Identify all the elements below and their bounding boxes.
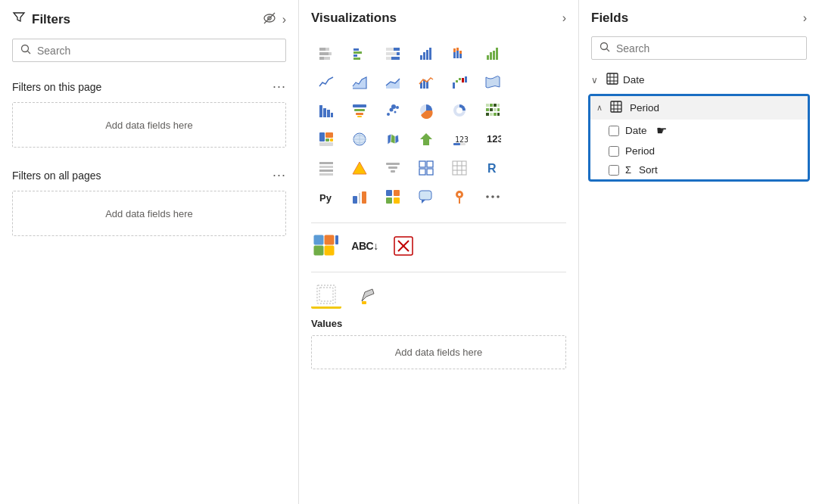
viz-custom2-icon[interactable] (378, 183, 408, 210)
svg-rect-71 (319, 132, 325, 142)
svg-rect-108 (394, 190, 400, 196)
period-section: ∧ Period Date ☛ ··· Period ··· (588, 94, 810, 182)
filters-header: Filters › (0, 0, 298, 36)
svg-rect-12 (353, 51, 362, 54)
svg-rect-64 (490, 108, 493, 111)
viz-stacked-col-icon[interactable] (444, 39, 475, 67)
fields-search-input[interactable] (616, 42, 799, 54)
viz-bar-chart-icon[interactable] (411, 39, 441, 67)
viz-area-icon[interactable] (344, 68, 375, 95)
viz-map-icon[interactable] (344, 126, 375, 153)
viz-arrow-icon[interactable] (411, 126, 441, 153)
viz-num-icon[interactable]: 123 (478, 126, 508, 153)
filters-search-box[interactable] (12, 39, 286, 62)
svg-rect-131 (607, 73, 618, 84)
filters-all-pages-label: Filters on all pages (12, 170, 101, 182)
viz-paint-icon[interactable] (353, 282, 384, 309)
svg-rect-21 (420, 55, 422, 60)
viz-grid-icon[interactable] (444, 154, 475, 182)
viz-col-icon[interactable] (478, 39, 508, 67)
svg-rect-90 (386, 163, 400, 165)
viz-combo-icon[interactable] (411, 68, 441, 95)
svg-rect-118 (314, 235, 323, 244)
svg-rect-44 (323, 108, 326, 117)
svg-marker-80 (420, 133, 432, 145)
fields-date-item[interactable]: ∨ Date (585, 69, 813, 91)
viz-donut-icon[interactable] (444, 97, 475, 124)
viz-py-icon[interactable]: Py (311, 183, 341, 210)
period-field-date[interactable]: Date ☛ ··· (590, 120, 808, 142)
viz-r-icon[interactable]: R (478, 154, 508, 182)
viz-abc-icon[interactable]: ABC↓ (347, 232, 382, 260)
svg-rect-136 (611, 101, 621, 112)
viz-divider2 (311, 272, 566, 272)
period-field-period[interactable]: Period ··· (590, 142, 808, 160)
period-date-checkbox[interactable] (609, 126, 619, 136)
viz-pie-icon[interactable] (411, 97, 441, 124)
filters-on-page-section: Filters on this page ··· (0, 71, 298, 99)
viz-list-icon[interactable] (311, 154, 341, 182)
filters-on-page-menu[interactable]: ··· (272, 79, 286, 95)
filters-chevron-icon[interactable]: › (282, 13, 286, 26)
svg-rect-6 (325, 48, 329, 51)
svg-rect-91 (388, 166, 397, 169)
viz-clustered-bar-icon[interactable] (344, 39, 375, 67)
filters-eye-icon[interactable] (263, 11, 276, 27)
svg-rect-70 (497, 113, 500, 116)
viz-scatter-icon[interactable] (378, 97, 408, 124)
visualizations-header: Visualizations › (299, 0, 578, 33)
fields-chevron-icon[interactable]: › (803, 11, 807, 25)
svg-rect-33 (493, 51, 495, 60)
svg-rect-30 (459, 51, 462, 54)
svg-rect-72 (325, 132, 333, 138)
viz-matrix-icon[interactable] (411, 154, 441, 182)
filters-panel: Filters › Filters on this page ··· Add d… (0, 0, 299, 504)
filters-all-pages-drop: Add data fields here (12, 191, 286, 236)
svg-rect-104 (353, 196, 357, 204)
viz-stacked-bar-icon[interactable] (311, 39, 341, 67)
viz-treemap-icon[interactable] (311, 126, 341, 153)
viz-ribbon-icon[interactable] (478, 68, 508, 95)
filters-search-input[interactable] (37, 45, 278, 57)
viz-filter-icon[interactable] (378, 154, 408, 182)
viz-funnel-icon[interactable] (344, 97, 375, 124)
viz-line-area-icon[interactable] (378, 68, 408, 95)
viz-tiles-icon[interactable] (311, 232, 341, 260)
viz-x-icon[interactable] (388, 232, 419, 260)
svg-rect-63 (486, 108, 489, 111)
period-period-label: Period (625, 145, 655, 157)
svg-rect-69 (494, 113, 497, 116)
period-header[interactable]: ∧ Period (590, 96, 808, 120)
viz-histogram-icon[interactable] (311, 97, 341, 124)
svg-rect-24 (429, 48, 431, 60)
viz-filled-map-icon[interactable] (378, 126, 408, 153)
viz-100bar-icon[interactable] (378, 39, 408, 67)
svg-rect-28 (456, 48, 459, 51)
period-period-checkbox[interactable] (609, 146, 619, 157)
period-field-sort[interactable]: Σ Sort ··· (590, 160, 808, 179)
filters-all-pages-menu[interactable]: ··· (272, 167, 286, 183)
viz-line-icon[interactable] (311, 68, 341, 95)
viz-heatmap-icon[interactable] (478, 97, 508, 124)
svg-rect-65 (494, 108, 497, 111)
viz-triangle-icon[interactable] (344, 154, 375, 182)
viz-mappin-icon[interactable] (444, 183, 475, 210)
viz-waterfall-icon[interactable] (444, 68, 475, 95)
viz-more-icon[interactable] (478, 183, 508, 210)
viz-custom1-icon[interactable] (344, 183, 375, 210)
fields-search-box[interactable] (591, 36, 807, 60)
filters-on-page-label: Filters on this page (12, 81, 101, 93)
svg-rect-48 (354, 109, 365, 111)
cursor-hand-icon: ☛ (656, 123, 667, 138)
svg-rect-29 (459, 54, 462, 58)
svg-rect-7 (319, 52, 329, 55)
svg-rect-110 (394, 198, 400, 204)
svg-text:123: 123 (455, 135, 468, 144)
visualizations-chevron-icon[interactable]: › (562, 11, 566, 25)
viz-speech-icon[interactable] (411, 183, 441, 210)
svg-rect-31 (487, 55, 489, 60)
svg-rect-42 (465, 76, 467, 82)
viz-values-grid-icon[interactable] (311, 282, 341, 309)
period-sort-checkbox[interactable] (609, 165, 619, 176)
viz-gauge-icon[interactable]: 123 (444, 126, 475, 153)
